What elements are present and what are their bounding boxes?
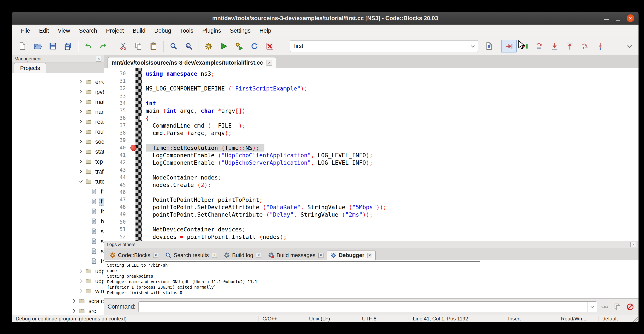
- logs-tab-build-log[interactable]: Build log×: [220, 250, 264, 260]
- logs-tab-build-messages[interactable]: Build messages×: [265, 250, 327, 260]
- code-line-30[interactable]: 30using namespace ns3;: [104, 70, 638, 77]
- code-line-33[interactable]: 33: [104, 92, 638, 100]
- line-number[interactable]: 41: [104, 152, 129, 159]
- save-all-icon[interactable]: [60, 40, 76, 53]
- line-number[interactable]: 36: [104, 114, 129, 122]
- logs-tab-search-results[interactable]: Search results×: [162, 250, 220, 260]
- menu-tools[interactable]: Tools: [176, 28, 198, 34]
- undo-icon[interactable]: [80, 40, 96, 53]
- rebuild-icon[interactable]: [247, 40, 262, 53]
- tree-item-udp-[interactable]: udp-: [12, 276, 104, 286]
- tree-item-si[interactable]: si: [12, 246, 104, 256]
- line-number[interactable]: 32: [104, 85, 129, 92]
- build-target-input[interactable]: [290, 43, 468, 49]
- copy-output-icon[interactable]: [613, 302, 622, 312]
- abort-icon[interactable]: [262, 40, 277, 53]
- code-line-42[interactable]: 42 LogComponentEnable ("UdpEchoServerApp…: [104, 159, 638, 166]
- command-input[interactable]: [139, 304, 588, 310]
- line-number[interactable]: 30: [104, 70, 129, 77]
- close-icon[interactable]: ×: [256, 253, 261, 258]
- tree-item-tcp[interactable]: tcp: [12, 157, 104, 167]
- line-number[interactable]: 48: [104, 203, 129, 211]
- code-line-46[interactable]: 46: [104, 189, 638, 196]
- close-icon[interactable]: ×: [367, 253, 372, 258]
- code-editor[interactable]: 30using namespace ns3;3132NS_LOG_COMPONE…: [104, 68, 638, 241]
- tree-item-stat[interactable]: stat: [12, 147, 104, 157]
- code-line-52[interactable]: 52 devices = pointToPoint.Install (nodes…: [104, 233, 638, 240]
- menu-edit[interactable]: Edit: [35, 28, 54, 34]
- chevron-right-icon[interactable]: [78, 109, 84, 115]
- chevron-right-icon[interactable]: [78, 89, 84, 95]
- code-line-38[interactable]: 38 cmd.Parse (argc, argv);: [104, 129, 638, 137]
- tree-item-fif[interactable]: fif: [12, 187, 104, 197]
- menu-settings[interactable]: Settings: [226, 28, 255, 34]
- menu-debug[interactable]: Debug: [150, 28, 176, 34]
- code-line-31[interactable]: 31: [104, 77, 638, 85]
- close-icon[interactable]: ×: [630, 242, 636, 247]
- menu-build[interactable]: Build: [128, 28, 150, 34]
- tree-item-he[interactable]: he: [12, 217, 104, 227]
- line-number[interactable]: 34: [104, 100, 129, 107]
- save-icon[interactable]: [45, 40, 60, 53]
- copy-icon[interactable]: [131, 40, 146, 53]
- fold-collapse-icon[interactable]: [139, 116, 144, 120]
- logs-tab-debugger[interactable]: Debugger×: [327, 250, 376, 260]
- menu-project[interactable]: Project: [102, 28, 128, 34]
- code-line-43[interactable]: 43: [104, 166, 638, 174]
- code-line-41[interactable]: 41 LogComponentEnable ("UdpEchoClientApp…: [104, 152, 638, 159]
- tree-item-trafl[interactable]: trafl: [12, 167, 104, 177]
- line-number[interactable]: 38: [104, 129, 129, 137]
- menu-plugins[interactable]: Plugins: [198, 28, 226, 34]
- window-titlebar[interactable]: mnt/dev/tools/source/ns-3-dev/examples/t…: [12, 12, 638, 25]
- breakpoint-marker[interactable]: [130, 145, 136, 151]
- line-number[interactable]: 40: [104, 144, 129, 152]
- chevron-down-icon[interactable]: [78, 179, 84, 185]
- code-line-51[interactable]: 51 NetDeviceContainer devices;: [104, 226, 638, 233]
- chevron-right-icon[interactable]: [71, 298, 78, 304]
- chevron-right-icon[interactable]: [78, 119, 84, 125]
- line-number[interactable]: 45: [104, 181, 129, 189]
- new-file-icon[interactable]: [15, 40, 30, 53]
- code-line-47[interactable]: 47 PointToPointHelper pointToPoint;: [104, 196, 638, 203]
- tree-item-udp[interactable]: udp: [12, 266, 104, 276]
- chevron-right-icon[interactable]: [78, 268, 84, 275]
- close-icon[interactable]: ×: [212, 253, 217, 258]
- line-number[interactable]: 44: [104, 174, 129, 181]
- chevron-right-icon[interactable]: [78, 159, 84, 165]
- code-line-39[interactable]: 39: [104, 137, 638, 144]
- menu-search[interactable]: Search: [74, 28, 102, 34]
- line-number[interactable]: 37: [104, 122, 129, 129]
- line-number[interactable]: 47: [104, 196, 129, 203]
- code-line-37[interactable]: 37 CommandLine cmd (__FILE__);: [104, 122, 638, 129]
- code-line-49[interactable]: 49 pointToPoint.SetChannelAttribute ("De…: [104, 211, 638, 218]
- menu-help[interactable]: Help: [255, 28, 276, 34]
- tree-item-mat[interactable]: mat: [12, 97, 104, 107]
- cut-icon[interactable]: [116, 40, 131, 53]
- line-number[interactable]: 43: [104, 166, 129, 174]
- code-line-35[interactable]: 35main (int argc, char *argv[]): [104, 107, 638, 114]
- code-line-36[interactable]: 36{: [104, 114, 638, 122]
- tree-item-fo[interactable]: fo: [12, 207, 104, 217]
- close-icon[interactable]: ×: [96, 56, 102, 62]
- chevron-right-icon[interactable]: [78, 79, 84, 85]
- tree-item-th[interactable]: th: [12, 256, 104, 266]
- build-run-icon[interactable]: [232, 40, 247, 53]
- command-combobox[interactable]: [138, 301, 597, 312]
- step-into-icon[interactable]: [547, 40, 562, 53]
- line-number[interactable]: 39: [104, 137, 129, 144]
- tree-item-nam[interactable]: nam: [12, 107, 104, 117]
- maximize-icon[interactable]: [616, 16, 620, 21]
- find-icon[interactable]: [166, 40, 181, 53]
- tree-item-rout[interactable]: rout: [12, 127, 104, 137]
- code-line-40[interactable]: 40 Time::SetResolution (Time::NS);: [104, 144, 638, 152]
- next-line-icon[interactable]: [532, 40, 547, 53]
- redo-icon[interactable]: [96, 40, 111, 53]
- code-line-32[interactable]: 32NS_LOG_COMPONENT_DEFINE ("FirstScriptE…: [104, 85, 638, 92]
- step-out-icon[interactable]: [562, 40, 578, 53]
- chevron-right-icon[interactable]: [78, 99, 84, 105]
- line-number[interactable]: 31: [104, 77, 129, 85]
- menu-view[interactable]: View: [53, 28, 74, 34]
- tab-projects[interactable]: Projects: [14, 63, 46, 73]
- logs-tab-code-blocks[interactable]: Code::Blocks×: [106, 250, 162, 260]
- editor-tab-first-cc[interactable]: mnt/dev/tools/source/ns-3-dev/examples/t…: [108, 57, 276, 68]
